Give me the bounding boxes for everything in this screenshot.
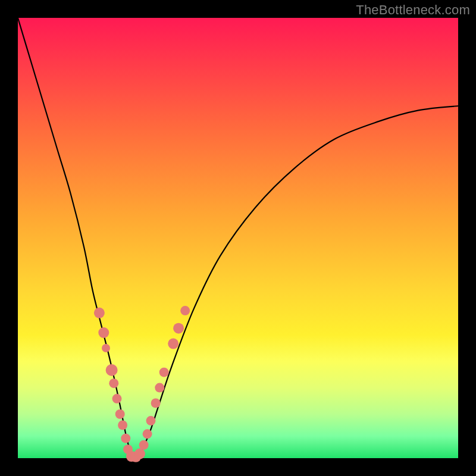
datapoint <box>106 364 118 376</box>
datapoint <box>143 429 152 439</box>
watermark-text: TheBottleneck.com <box>356 2 470 18</box>
datapoint <box>98 327 109 338</box>
chart-plot-area <box>18 18 458 458</box>
datapoint <box>173 323 184 334</box>
datapoint <box>102 344 110 352</box>
datapoint <box>146 416 155 425</box>
datapoint-layer <box>94 306 190 462</box>
datapoint <box>121 434 130 443</box>
bottleneck-curve-path <box>18 18 458 459</box>
datapoint <box>109 378 118 388</box>
datapoint <box>134 449 145 459</box>
datapoint <box>159 368 169 377</box>
datapoint <box>180 306 190 315</box>
datapoint <box>168 339 178 349</box>
datapoint <box>112 394 122 403</box>
datapoint <box>94 308 105 318</box>
datapoint <box>151 399 161 408</box>
datapoint <box>155 383 164 393</box>
datapoint <box>139 440 149 450</box>
datapoint <box>115 409 125 419</box>
chart-svg <box>18 18 458 458</box>
datapoint <box>118 421 127 430</box>
